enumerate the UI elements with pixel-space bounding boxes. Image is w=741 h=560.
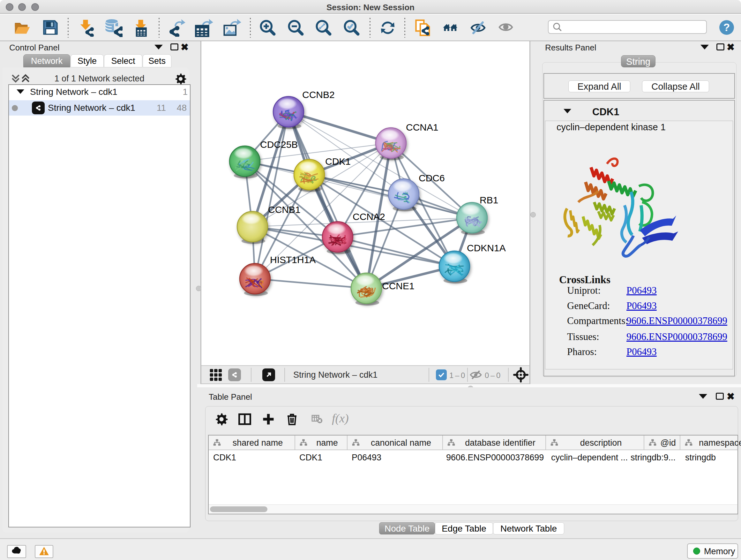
svg-text:CCNE1: CCNE1 [382, 281, 414, 291]
svg-text:CDC25B: CDC25B [260, 139, 298, 150]
svg-text:CCNB2: CCNB2 [302, 89, 335, 100]
svg-text:CDK1: CDK1 [325, 156, 351, 167]
svg-text:CDKN1A: CDKN1A [467, 243, 506, 253]
svg-text:RB1: RB1 [480, 195, 498, 205]
svg-text:CDC6: CDC6 [419, 173, 445, 183]
svg-text:HIST1H1A: HIST1H1A [270, 254, 316, 265]
svg-text:CCNA1: CCNA1 [406, 122, 439, 132]
svg-text:CCNB1: CCNB1 [268, 204, 300, 215]
svg-text:CCNA2: CCNA2 [353, 211, 385, 222]
svg-text:?: ? [724, 21, 730, 33]
